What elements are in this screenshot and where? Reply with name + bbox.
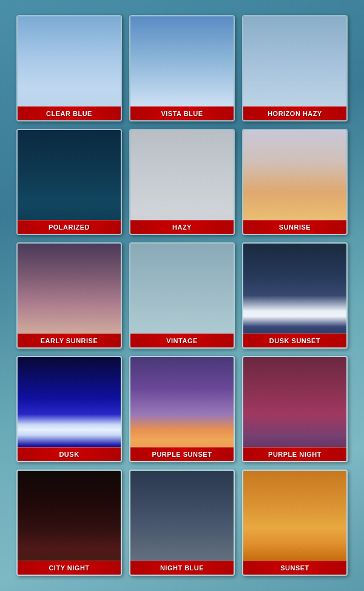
label-vista-blue: VISTA BLUE bbox=[130, 106, 234, 120]
card-purple-night[interactable]: PURPLE NIGHT bbox=[242, 356, 348, 462]
gradient-purple-sunset bbox=[130, 357, 234, 461]
label-dusk: DUSK bbox=[18, 447, 121, 461]
label-hazy: HAZY bbox=[130, 220, 234, 234]
gradient-hazy bbox=[130, 130, 234, 234]
gradient-polarized bbox=[18, 130, 121, 234]
label-vintage: VINTAGE bbox=[130, 333, 234, 347]
label-early-sunrise: EARLY SUNRISE bbox=[18, 333, 121, 347]
card-early-sunrise[interactable]: EARLY SUNRISE bbox=[16, 242, 122, 349]
gradient-night-blue bbox=[130, 471, 234, 575]
label-sunset: SUNSET bbox=[243, 561, 346, 575]
gradient-vista-blue bbox=[130, 16, 234, 120]
card-horizon-hazy[interactable]: HORIZON HAZY bbox=[242, 15, 348, 121]
label-polarized: POLARIZED bbox=[18, 220, 121, 234]
label-clear-blue: CLEAR BLUE bbox=[18, 106, 121, 120]
card-polarized[interactable]: POLARIZED bbox=[16, 129, 122, 235]
card-sunrise[interactable]: SUNRISE bbox=[242, 129, 348, 235]
gradient-dusk bbox=[18, 357, 121, 461]
gradient-sunrise bbox=[243, 130, 346, 234]
card-night-blue[interactable]: NIGHT BLUE bbox=[129, 470, 235, 576]
card-sunset[interactable]: SUNSET bbox=[242, 470, 348, 576]
gradient-purple-night bbox=[243, 357, 346, 461]
card-dusk-sunset[interactable]: DUSK SUNSET bbox=[242, 242, 348, 349]
card-hazy[interactable]: HAZY bbox=[129, 129, 235, 235]
card-vista-blue[interactable]: VISTA BLUE bbox=[129, 15, 235, 121]
card-clear-blue[interactable]: CLEAR BLUE bbox=[16, 15, 122, 121]
gradient-clear-blue bbox=[18, 16, 121, 120]
label-purple-night: PURPLE NIGHT bbox=[243, 447, 346, 461]
label-city-night: CITY NIGHT bbox=[18, 561, 121, 575]
card-dusk[interactable]: DUSK bbox=[16, 356, 122, 462]
label-dusk-sunset: DUSK SUNSET bbox=[243, 333, 346, 347]
card-city-night[interactable]: CITY NIGHT bbox=[16, 470, 122, 576]
gradient-vintage bbox=[130, 244, 234, 347]
color-grid: CLEAR BLUEVISTA BLUEHORIZON HAZYPOLARIZE… bbox=[8, 7, 356, 584]
gradient-horizon-hazy bbox=[243, 16, 346, 120]
gradient-dusk-sunset bbox=[243, 244, 346, 347]
gradient-sunset bbox=[243, 471, 346, 575]
label-horizon-hazy: HORIZON HAZY bbox=[243, 106, 346, 120]
label-night-blue: NIGHT BLUE bbox=[130, 561, 234, 575]
card-vintage[interactable]: VINTAGE bbox=[129, 242, 235, 349]
card-purple-sunset[interactable]: PURPLE SUNSET bbox=[129, 356, 235, 462]
label-sunrise: SUNRISE bbox=[243, 220, 346, 234]
gradient-early-sunrise bbox=[18, 244, 121, 347]
label-purple-sunset: PURPLE SUNSET bbox=[130, 447, 234, 461]
gradient-city-night bbox=[18, 471, 121, 575]
